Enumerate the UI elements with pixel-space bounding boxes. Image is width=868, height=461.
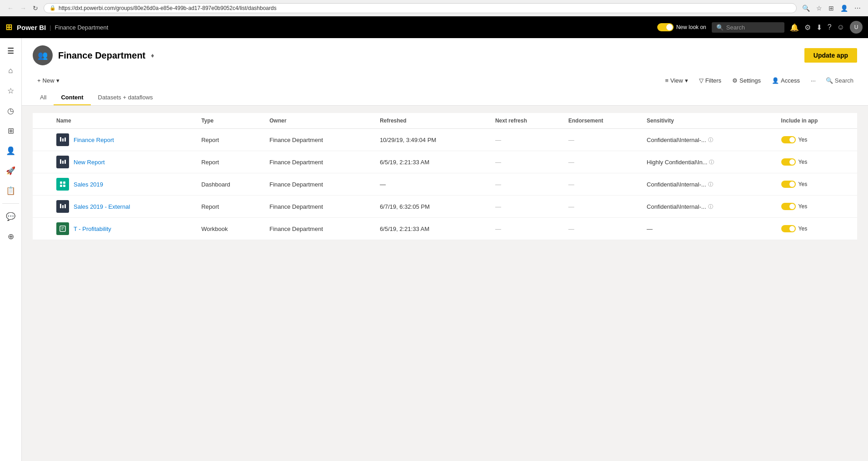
- global-search-input[interactable]: [726, 24, 780, 31]
- more-options-button[interactable]: ···: [806, 74, 820, 87]
- sidebar-item-favorites[interactable]: ☆: [2, 82, 20, 100]
- row-endorsement-cell: —: [563, 129, 641, 151]
- browser-search-button[interactable]: 🔍: [800, 4, 812, 13]
- item-name[interactable]: T - Profitability: [74, 226, 111, 232]
- row-type-cell: Report: [196, 129, 264, 151]
- table-row: New Report Report Finance Department 6/5…: [33, 151, 857, 173]
- view-button[interactable]: ≡ View ▾: [660, 74, 693, 87]
- row-name-cell: Finance Report: [51, 129, 196, 151]
- new-look-label: New look on: [676, 24, 706, 30]
- sidebar-item-workspaces[interactable]: 📋: [2, 181, 20, 200]
- row-owner-cell: Finance Department: [264, 173, 374, 196]
- table-row: Sales 2019 - External Report Finance Dep…: [33, 196, 857, 218]
- toolbar-search[interactable]: 🔍 Search: [822, 75, 857, 86]
- topbar-right: New look on 🔍 🔔 ⚙ ⬇ ? ☺ U: [657, 21, 863, 34]
- settings-icon[interactable]: ⚙: [804, 23, 811, 32]
- access-button[interactable]: 👤 Access: [767, 74, 804, 87]
- user-avatar[interactable]: U: [850, 21, 863, 34]
- svg-rect-3: [60, 159, 61, 164]
- search-icon: 🔍: [716, 24, 724, 31]
- svg-rect-0: [60, 137, 61, 142]
- url-bar[interactable]: 🔒 https://dxt.powerbi.com/groups/80e26d0…: [44, 3, 797, 13]
- profile-button[interactable]: 👤: [838, 4, 850, 13]
- info-icon[interactable]: ⓘ: [708, 203, 713, 210]
- table-header: Name Type Owner Refreshed Next refresh E…: [33, 113, 857, 129]
- reload-button[interactable]: ↻: [31, 4, 40, 13]
- row-refreshed-cell: —: [374, 173, 490, 196]
- item-name[interactable]: Finance Report: [74, 137, 114, 143]
- sidebar-item-shared[interactable]: 👤: [2, 142, 20, 160]
- extensions-button[interactable]: ⊞: [827, 4, 836, 13]
- svg-rect-13: [60, 226, 65, 231]
- row-include-cell: Yes: [776, 218, 857, 240]
- info-icon[interactable]: ⓘ: [709, 159, 714, 166]
- row-refreshed-cell: 6/7/19, 6:32:05 PM: [374, 196, 490, 218]
- forward-button[interactable]: →: [18, 4, 28, 13]
- sidebar-item-home[interactable]: ⌂: [2, 62, 20, 80]
- col-refreshed: Refreshed: [374, 113, 490, 129]
- row-owner-cell: Finance Department: [264, 129, 374, 151]
- info-icon[interactable]: ⓘ: [708, 137, 713, 143]
- page-title-area: 👥 Finance Department ♦: [33, 45, 154, 65]
- update-app-button[interactable]: Update app: [804, 48, 857, 63]
- svg-rect-9: [63, 185, 65, 187]
- sidebar-item-recent[interactable]: ◷: [2, 102, 20, 120]
- include-toggle[interactable]: [781, 158, 796, 166]
- settings-button[interactable]: ⚙ Settings: [728, 74, 765, 87]
- brand-name: Power BI: [17, 24, 46, 31]
- col-sensitivity: Sensitivity: [641, 113, 776, 129]
- sidebar-item-menu[interactable]: ☰: [2, 42, 20, 60]
- tab-datasets[interactable]: Datasets + dataflows: [91, 90, 160, 105]
- tab-content[interactable]: Content: [54, 90, 90, 105]
- svg-rect-7: [63, 181, 65, 184]
- item-name[interactable]: New Report: [74, 159, 105, 166]
- feedback-icon[interactable]: ☺: [837, 23, 844, 31]
- row-checkbox-cell: [33, 196, 51, 218]
- page-title: Finance Department: [58, 50, 145, 61]
- main-content: 👥 Finance Department ♦ Update app + New …: [22, 38, 868, 461]
- svg-rect-1: [62, 138, 64, 142]
- more-tools-button[interactable]: ⋯: [853, 4, 863, 13]
- row-type-cell: Report: [196, 151, 264, 173]
- table-row: T - Profitability Workbook Finance Depar…: [33, 218, 857, 240]
- tab-all[interactable]: All: [33, 90, 54, 105]
- sidebar-item-chat[interactable]: 💬: [2, 207, 20, 226]
- sensitivity-label: Confidential\Internal-...: [647, 181, 706, 188]
- sidebar-item-more[interactable]: ⊕: [2, 227, 20, 245]
- back-button[interactable]: ←: [5, 4, 15, 13]
- include-toggle[interactable]: [781, 136, 796, 143]
- include-toggle[interactable]: [781, 181, 796, 188]
- table-row: Finance Report Report Finance Department…: [33, 129, 857, 151]
- item-name[interactable]: Sales 2019 - External: [74, 203, 130, 210]
- row-type-cell: Report: [196, 196, 264, 218]
- sidebar-item-learn[interactable]: 🚀: [2, 162, 20, 180]
- include-toggle[interactable]: [781, 203, 796, 210]
- waffle-icon[interactable]: ⊞: [5, 22, 12, 32]
- help-icon[interactable]: ?: [828, 23, 832, 31]
- item-type-icon: [56, 200, 69, 213]
- item-name[interactable]: Sales 2019: [74, 181, 103, 188]
- item-type-icon: [56, 222, 69, 235]
- diamond-icon: ♦: [151, 52, 154, 59]
- global-search-box[interactable]: 🔍: [712, 22, 784, 33]
- svg-rect-6: [60, 181, 62, 184]
- new-button[interactable]: + New ▾: [33, 74, 64, 87]
- brand-area: Power BI | Finance Department: [17, 24, 108, 31]
- table-body: Finance Report Report Finance Department…: [33, 129, 857, 240]
- include-toggle[interactable]: [781, 225, 796, 232]
- new-look-toggle[interactable]: New look on: [657, 23, 706, 31]
- app-layout: ☰ ⌂ ☆ ◷ ⊞ 👤 🚀 📋 💬 ⊕ 👥 Finance Department…: [0, 38, 868, 461]
- notification-icon[interactable]: 🔔: [790, 23, 799, 32]
- download-icon[interactable]: ⬇: [816, 23, 822, 32]
- sensitivity-label: Confidential\Internal-...: [647, 137, 706, 143]
- filter-icon: ▽: [699, 77, 704, 84]
- view-icon: ≡: [665, 77, 669, 84]
- sidebar: ☰ ⌂ ☆ ◷ ⊞ 👤 🚀 📋 💬 ⊕: [0, 38, 22, 461]
- info-icon[interactable]: ⓘ: [708, 181, 713, 188]
- sidebar-item-apps[interactable]: ⊞: [2, 122, 20, 140]
- filters-button[interactable]: ▽ Filters: [694, 74, 726, 87]
- row-endorsement-cell: —: [563, 196, 641, 218]
- new-look-pill[interactable]: [657, 23, 674, 31]
- row-include-cell: Yes: [776, 196, 857, 218]
- bookmark-button[interactable]: ☆: [814, 4, 824, 13]
